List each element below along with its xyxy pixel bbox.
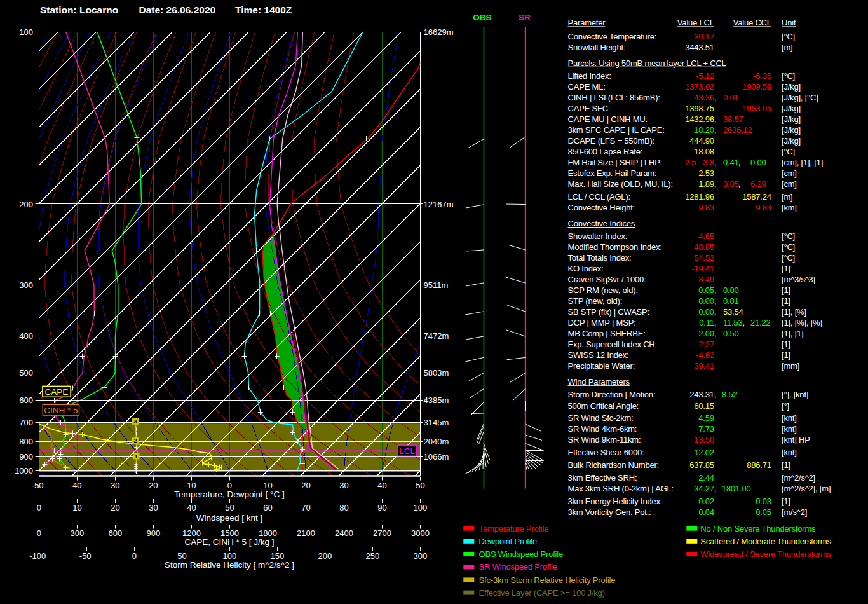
- svg-text:8.49: 8.49: [698, 275, 714, 284]
- svg-text:,: ,: [714, 318, 716, 327]
- svg-text:0.01: 0.01: [723, 296, 739, 306]
- svg-text:-6.35: -6.35: [753, 71, 771, 81]
- svg-text:Storm Direction | Motion:: Storm Direction | Motion:: [568, 390, 656, 399]
- svg-text:48.85: 48.85: [694, 242, 714, 252]
- svg-text:3443.51: 3443.51: [685, 43, 714, 52]
- svg-text:400: 400: [19, 331, 33, 341]
- svg-text:[J/kg]: [J/kg]: [782, 114, 801, 124]
- svg-text:,: ,: [743, 318, 745, 327]
- svg-text:Exp. Supercell Index CH:: Exp. Supercell Index CH:: [568, 340, 657, 349]
- svg-text:Parcels: Using 50mB mean layer: Parcels: Using 50mB mean layer LCL + CCL: [568, 58, 726, 68]
- svg-text:[1]: [1]: [782, 340, 790, 349]
- svg-text:16629m: 16629m: [424, 27, 454, 37]
- svg-text:2.44: 2.44: [698, 473, 714, 483]
- svg-text:2636.12: 2636.12: [723, 125, 752, 135]
- svg-text:Effective Layer (CAPE >= 100 J: Effective Layer (CAPE >= 100 J/kg): [479, 588, 605, 598]
- svg-text:Showalter Index:: Showalter Index:: [568, 231, 628, 241]
- svg-text:Time: 1400Z: Time: 1400Z: [235, 4, 292, 15]
- svg-text:Lifted Index:: Lifted Index:: [568, 71, 611, 81]
- svg-text:SR: SR: [519, 13, 531, 22]
- svg-text:500m Critical Angle:: 500m Critical Angle:: [568, 401, 639, 411]
- svg-text:80: 80: [339, 503, 348, 512]
- svg-text:1398.75: 1398.75: [685, 104, 714, 113]
- svg-text:0: 0: [37, 503, 41, 512]
- svg-text:2.00: 2.00: [698, 329, 714, 338]
- svg-text:DCAPE (LFS = 550mB):: DCAPE (LFS = 550mB):: [568, 136, 655, 146]
- svg-text:Convective Height:: Convective Height:: [568, 203, 635, 212]
- svg-text:[°C]: [°C]: [782, 32, 795, 41]
- svg-text:[°], [knt]: [°], [knt]: [782, 390, 808, 399]
- svg-text:FM Hail Size | SHIP | LHP:: FM Hail Size | SHIP | LHP:: [568, 158, 663, 167]
- svg-text:SR Wind Sfc-2km:: SR Wind Sfc-2km:: [568, 413, 634, 423]
- svg-text:2.5 - 3.8: 2.5 - 3.8: [685, 158, 714, 167]
- svg-text:[m]: [m]: [782, 43, 792, 52]
- svg-text:1432.96: 1432.96: [685, 114, 714, 124]
- svg-text:,: ,: [714, 390, 716, 399]
- svg-text:[°C]: [°C]: [782, 147, 795, 156]
- svg-text:[1], [%], [%]: [1], [%], [%]: [782, 318, 822, 327]
- svg-text:[°C]: [°C]: [782, 253, 795, 263]
- svg-text:[1], [1]: [1], [1]: [782, 329, 804, 338]
- svg-text:43.36: 43.36: [694, 93, 714, 102]
- svg-text:-4.62: -4.62: [696, 350, 714, 360]
- svg-text:243.31: 243.31: [689, 390, 714, 399]
- svg-text:0.50: 0.50: [723, 329, 739, 338]
- svg-text:70: 70: [301, 503, 310, 512]
- svg-text:[J/kg]: [J/kg]: [782, 136, 801, 146]
- svg-text:8.52: 8.52: [722, 390, 738, 399]
- svg-text:CINH * 5: CINH * 5: [44, 406, 78, 415]
- svg-text:0.05: 0.05: [698, 285, 714, 295]
- svg-text:3145m: 3145m: [424, 418, 449, 427]
- svg-text:[J/kg]: [J/kg]: [782, 104, 801, 113]
- svg-text:300: 300: [71, 528, 85, 538]
- svg-text:0.03: 0.03: [756, 497, 771, 506]
- svg-text:50: 50: [177, 551, 186, 561]
- svg-text:0.05: 0.05: [756, 507, 771, 517]
- svg-text:SR Wind 9km-11km:: SR Wind 9km-11km:: [568, 435, 641, 444]
- svg-text:Effective Shear 6000:: Effective Shear 6000:: [568, 448, 644, 457]
- svg-text:Modified Thompson Index:: Modified Thompson Index:: [568, 242, 662, 252]
- svg-text:3.05: 3.05: [723, 179, 739, 189]
- svg-text:Sfc-3km Storm Relative Helicit: Sfc-3km Storm Relative Helicity Profile: [479, 575, 616, 585]
- svg-text:90: 90: [377, 503, 386, 512]
- svg-text:[cm]: [cm]: [782, 179, 797, 189]
- svg-text:[m^2/s^2]: [m^2/s^2]: [782, 473, 815, 483]
- svg-text:[knt] HP: [knt] HP: [782, 435, 810, 444]
- svg-text:Temperature Profile: Temperature Profile: [479, 524, 549, 533]
- svg-text:[J/kg], [°C]: [J/kg], [°C]: [782, 93, 818, 102]
- svg-text:150: 150: [271, 551, 285, 561]
- svg-text:900: 900: [147, 528, 161, 538]
- svg-text:0.04: 0.04: [698, 507, 714, 517]
- svg-text:7472m: 7472m: [424, 331, 449, 341]
- svg-text:250: 250: [366, 551, 380, 561]
- svg-text:Unit: Unit: [782, 18, 796, 27]
- svg-text:STP (new, old):: STP (new, old):: [568, 296, 623, 306]
- svg-text:0.41: 0.41: [723, 158, 739, 167]
- svg-text:Estofex Exp. Hail Param:: Estofex Exp. Hail Param:: [568, 168, 657, 178]
- svg-text:Wind Parameters: Wind Parameters: [568, 377, 630, 387]
- svg-text:50: 50: [225, 503, 234, 512]
- svg-text:SWISS 12 Index:: SWISS 12 Index:: [568, 350, 629, 360]
- svg-text:-40: -40: [70, 481, 82, 490]
- svg-text:Total Totals Index:: Total Totals Index:: [568, 253, 632, 263]
- svg-text:1801.00: 1801.00: [722, 484, 751, 493]
- svg-text:2100: 2100: [297, 528, 315, 538]
- svg-text:LCL / CCL (AGL):: LCL / CCL (AGL):: [568, 192, 630, 202]
- svg-text:1: 1: [135, 453, 139, 460]
- svg-text:9.83: 9.83: [698, 203, 714, 212]
- svg-text:-5.12: -5.12: [696, 71, 714, 81]
- svg-text:700: 700: [19, 418, 33, 427]
- svg-text:0.00: 0.00: [698, 307, 714, 317]
- svg-text:,: ,: [714, 484, 716, 493]
- svg-text:-19.41: -19.41: [691, 264, 714, 273]
- svg-text:[°C]: [°C]: [782, 242, 795, 252]
- svg-text:3000: 3000: [411, 528, 430, 538]
- svg-text:3: 3: [134, 418, 137, 425]
- svg-text:3km Energy Helicity Index:: 3km Energy Helicity Index:: [568, 497, 663, 506]
- svg-text:[mm]: [mm]: [782, 361, 799, 371]
- svg-text:[°C]: [°C]: [782, 71, 795, 81]
- svg-text:Value CCL: Value CCL: [733, 18, 771, 27]
- svg-text:,: ,: [714, 329, 716, 338]
- svg-text:9511m: 9511m: [424, 280, 449, 290]
- svg-text:[cm]: [cm]: [782, 168, 797, 178]
